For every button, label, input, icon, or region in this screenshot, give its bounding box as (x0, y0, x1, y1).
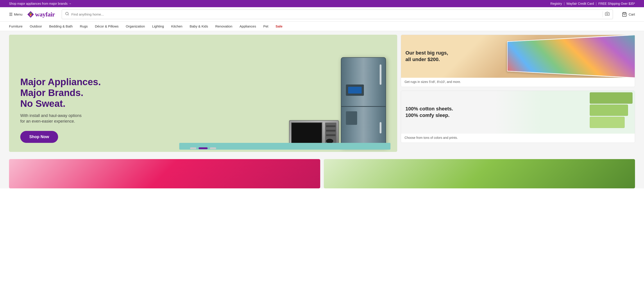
search-input[interactable] (72, 13, 600, 16)
carousel-dot-2[interactable] (198, 147, 208, 149)
hero-headline-line2: Major Brands. (20, 87, 83, 98)
rug-banner-subtext: Get rugs in sizes 5'x8', 8'x10', and mor… (401, 78, 635, 87)
nav-bedding-bath[interactable]: Bedding & Bath (49, 24, 72, 28)
rug-banner-image: Our best big rugs,all under $200. (401, 35, 635, 78)
nav-kitchen[interactable]: Kitchen (171, 24, 182, 28)
free-shipping-link[interactable]: FREE Shipping Over $35* (598, 2, 635, 6)
carousel-dots (9, 145, 397, 150)
rug-visual (507, 35, 635, 78)
site-header: ☰ Menu wayfair (0, 7, 644, 22)
nav-pet[interactable]: Pet (263, 24, 268, 28)
sheets-banner-image: 100% cotton sheets.100% comfy sleep. (401, 91, 635, 134)
divider-1: | (564, 2, 565, 6)
svg-line-5 (68, 15, 68, 15)
teaser-row (0, 155, 644, 188)
hero-main-content: Major Appliances. Major Brands. No Sweat… (20, 77, 386, 143)
search-bar (62, 10, 613, 19)
sheets-visual (505, 94, 632, 130)
top-banner: Shop major appliances from major brands … (0, 0, 644, 7)
cart-label: Cart (629, 13, 635, 16)
hero-main-banner: Major Appliances. Major Brands. No Sweat… (9, 35, 397, 152)
divider-2: | (596, 2, 597, 6)
credit-card-link[interactable]: Wayfair Credit Card (566, 2, 594, 6)
wayfair-logo[interactable]: wayfair (27, 11, 55, 18)
camera-icon[interactable] (602, 12, 610, 17)
carousel-dot-3[interactable] (210, 147, 216, 149)
rug-banner-headline: Our best big rugs,all under $200. (406, 50, 448, 63)
nav-baby-kids[interactable]: Baby & Kids (190, 24, 208, 28)
nav-sale[interactable]: Sale (276, 24, 282, 28)
shop-now-button[interactable]: Shop Now (20, 131, 58, 143)
logo-wordmark: wayfair (35, 11, 55, 18)
nav-appliances[interactable]: Appliances (240, 24, 256, 28)
nav-lighting[interactable]: Lighting (152, 24, 164, 28)
rug-banner-text-overlay: Our best big rugs,all under $200. (406, 50, 448, 63)
sheets-banner-text-overlay: 100% cotton sheets.100% comfy sleep. (406, 106, 453, 119)
hamburger-icon: ☰ (9, 12, 12, 17)
top-banner-right: Registry | Wayfair Credit Card | FREE Sh… (550, 2, 635, 6)
svg-point-6 (606, 13, 608, 15)
top-banner-left[interactable]: Shop major appliances from major brands … (9, 2, 72, 6)
nav-furniture[interactable]: Furniture (9, 24, 22, 28)
sheets-banner[interactable]: 100% cotton sheets.100% comfy sleep. Cho… (401, 91, 635, 143)
hero-headline-line3: No Sweat. (20, 98, 66, 109)
nav-outdoor[interactable]: Outdoor (30, 24, 42, 28)
teaser-card-2[interactable] (324, 159, 635, 188)
hero-section: Major Appliances. Major Brands. No Sweat… (0, 31, 644, 155)
menu-label: Menu (14, 13, 22, 16)
top-banner-promo[interactable]: Shop major appliances from major brands … (9, 2, 72, 6)
sheets-banner-subtext: Choose from tons of colors and prints. (401, 134, 635, 143)
nav-renovation[interactable]: Renovation (215, 24, 232, 28)
nav-rugs[interactable]: Rugs (80, 24, 88, 28)
search-icon (65, 12, 69, 17)
carousel-dot-1[interactable] (190, 147, 196, 149)
hero-headline-line1: Major Appliances. (20, 77, 101, 87)
rug-banner[interactable]: Our best big rugs,all under $200. Get ru… (401, 35, 635, 87)
sheet-stack (590, 92, 632, 128)
teaser-card-1[interactable] (9, 159, 320, 188)
menu-button[interactable]: ☰ Menu (9, 12, 22, 17)
hero-subtext: With install and haul-away optionsfor an… (20, 113, 386, 124)
hero-side-banners: Our best big rugs,all under $200. Get ru… (401, 35, 635, 152)
svg-point-4 (66, 12, 68, 15)
nav-decor-pillows[interactable]: Décor & Pillows (95, 24, 119, 28)
cart-icon (622, 12, 627, 17)
sheets-banner-headline: 100% cotton sheets.100% comfy sleep. (406, 106, 453, 119)
logo-diamond-icon (27, 11, 34, 18)
hero-headline: Major Appliances. Major Brands. No Sweat… (20, 77, 386, 109)
registry-link[interactable]: Registry (550, 2, 562, 6)
nav-organization[interactable]: Organization (126, 24, 145, 28)
cart-button[interactable]: Cart (622, 12, 635, 17)
main-nav: Furniture Outdoor Bedding & Bath Rugs Dé… (0, 22, 644, 31)
